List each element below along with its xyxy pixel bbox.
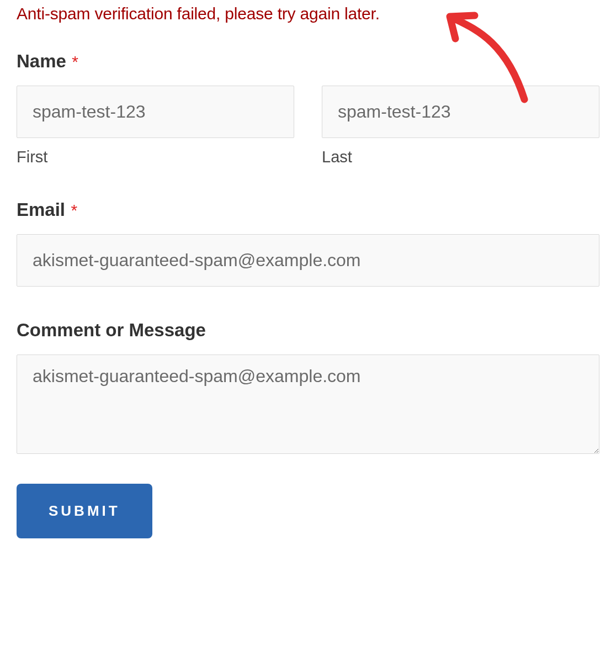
required-star: * xyxy=(72,52,78,71)
comment-textarea[interactable] xyxy=(17,354,599,454)
email-input[interactable] xyxy=(17,234,599,287)
submit-button[interactable]: SUBMIT xyxy=(17,484,152,538)
email-field-group: Email * xyxy=(17,199,599,287)
first-name-sublabel: First xyxy=(17,148,294,166)
first-name-input[interactable] xyxy=(17,86,294,138)
comment-field-group: Comment or Message xyxy=(17,320,599,456)
last-name-input[interactable] xyxy=(322,86,599,138)
required-star: * xyxy=(71,201,78,219)
name-label: Name xyxy=(17,51,66,72)
name-field-group: Name * First Last xyxy=(17,51,599,166)
email-label: Email xyxy=(17,199,65,220)
comment-label: Comment or Message xyxy=(17,320,206,341)
error-message: Anti-spam verification failed, please tr… xyxy=(17,4,599,23)
last-name-sublabel: Last xyxy=(322,148,599,166)
